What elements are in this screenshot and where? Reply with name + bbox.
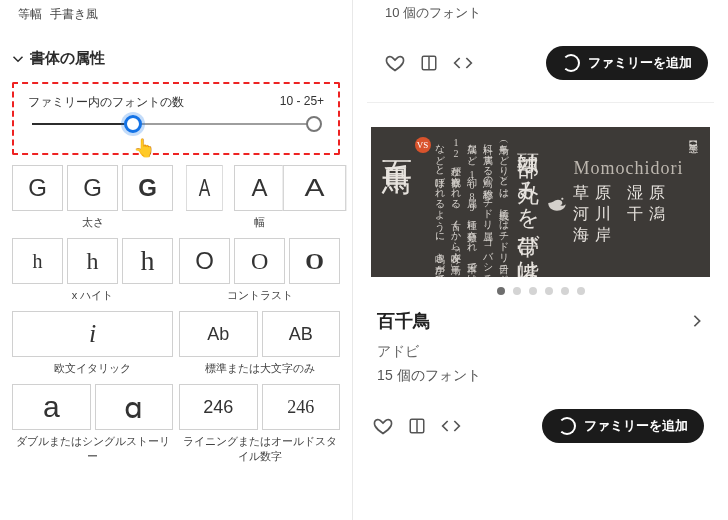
width-normal[interactable]: A	[234, 165, 285, 211]
code-icon[interactable]	[441, 416, 461, 436]
preview-big-title: 百千鳥	[381, 137, 413, 267]
xheight-label: x ハイト	[12, 288, 173, 303]
creative-cloud-icon	[562, 54, 580, 72]
add-family-button[interactable]: ファミリーを追加	[542, 409, 704, 443]
add-family-button[interactable]: ファミリーを追加	[546, 46, 708, 80]
italic-label: 欧文イタリック	[12, 361, 173, 376]
carousel-dot-5[interactable]	[561, 287, 569, 295]
xheight-high[interactable]: h	[122, 238, 173, 284]
attr-case: Ab AB 標準または大文字のみ	[179, 311, 340, 376]
chevron-down-icon	[12, 53, 24, 65]
weight-bold[interactable]: G	[122, 165, 173, 211]
creative-cloud-icon	[558, 417, 576, 435]
font-card-momochidori: 百千鳥 VS などと呼ばれるように、鳴き声が特徴的である 12種が観察される。古…	[367, 127, 714, 465]
compare-icon[interactable]	[407, 416, 427, 436]
italic-cell[interactable]: i	[12, 311, 173, 357]
bird-icon	[545, 137, 571, 267]
figures-label: ライニングまたはオールドスタイル数字	[179, 434, 340, 464]
font-count: 15 個のフォント	[371, 361, 710, 385]
code-icon[interactable]	[453, 53, 473, 73]
storey-double[interactable]: a	[12, 384, 91, 430]
add-family-label: ファミリーを追加	[584, 417, 688, 435]
preview-seitai: 【生態】	[687, 137, 700, 267]
font-title: 百千鳥	[377, 309, 431, 333]
properties-section-title: 書体の属性	[30, 49, 105, 68]
xheight-mid[interactable]: h	[67, 238, 118, 284]
add-family-label: ファミリーを追加	[588, 54, 692, 72]
slider-handle-min[interactable]	[124, 115, 142, 133]
slider-range-value: 10 - 25+	[280, 94, 324, 111]
width-label: 幅	[179, 215, 340, 230]
weight-label: 太さ	[12, 215, 173, 230]
favorite-icon[interactable]	[373, 416, 393, 436]
slider-handle-max[interactable]	[306, 116, 322, 132]
attr-weight: G G G 太さ	[12, 165, 173, 230]
properties-section-header[interactable]: 書体の属性	[12, 41, 340, 82]
preview-romaji: Momochidori	[573, 158, 683, 179]
compare-icon[interactable]	[419, 53, 439, 73]
slider-label: ファミリー内のフォントの数	[28, 94, 184, 111]
attr-figures: 246 246 ライニングまたはオールドスタイル数字	[179, 384, 340, 464]
width-wide[interactable]: A	[283, 165, 347, 211]
carousel-dot-3[interactable]	[529, 287, 537, 295]
carousel-dot-1[interactable]	[497, 287, 505, 295]
preview-body-1: 千鳥（ちどり）とは、広義にはチドリ目チドリ	[497, 137, 511, 267]
storey-single[interactable]: ɑ	[95, 384, 174, 430]
figures-lining[interactable]: 246	[179, 384, 258, 430]
figures-oldstyle[interactable]: 246	[262, 384, 341, 430]
preview-body-2: 科に属する鳥の総称。チドリ属、コバシチドリ	[481, 137, 495, 267]
font-title-row[interactable]: 百千鳥	[371, 309, 710, 333]
preview-kanji-row: 草原 湿原 河川 干潟 海岸	[573, 183, 685, 246]
font-foundry: アドビ	[371, 333, 710, 361]
preview-body-4: 12種が観察される。古くから「友呼ぶ千鳥」	[449, 137, 463, 267]
xheight-low[interactable]: h	[12, 238, 63, 284]
chevron-right-icon	[690, 314, 704, 328]
results-panel: 10 個のフォント ファミリーを追加 百千鳥 VS などと呼ばれるように、鳴き声…	[353, 0, 728, 520]
preview-body-5: などと呼ばれるように、鳴き声が特徴的である	[433, 137, 447, 267]
vs-badge: VS	[415, 137, 431, 153]
preview-vs-badge-col: VS	[415, 137, 431, 267]
carousel-dot-4[interactable]	[545, 287, 553, 295]
attr-width: A A A 幅	[179, 165, 340, 230]
attr-contrast: O O O コントラスト	[179, 238, 340, 303]
slider-fill	[32, 123, 133, 125]
prev-card-font-count: 10 個のフォント	[367, 0, 714, 22]
fonts-per-family-slider-box: ファミリー内のフォントの数 10 - 25+ 👆	[12, 82, 340, 155]
prev-card-actions: ファミリーを追加	[367, 22, 714, 102]
case-label: 標準または大文字のみ	[179, 361, 340, 376]
contrast-low[interactable]: O	[179, 238, 230, 284]
attr-italic: i 欧文イタリック	[12, 311, 173, 376]
font-card-actions: ファミリーを追加	[371, 385, 710, 465]
carousel-dots	[371, 277, 710, 309]
attr-xheight: h h h x ハイト	[12, 238, 173, 303]
case-mixed[interactable]: Ab	[179, 311, 258, 357]
tag-monospace[interactable]: 等幅	[18, 6, 42, 23]
contrast-high[interactable]: O	[289, 238, 340, 284]
filter-panel: 等幅 手書き風 書体の属性 ファミリー内のフォントの数 10 - 25+ 👆 G…	[0, 0, 353, 520]
contrast-label: コントラスト	[179, 288, 340, 303]
favorite-icon[interactable]	[385, 53, 405, 73]
width-narrow[interactable]: A	[186, 165, 223, 211]
preview-headline: 頭部は丸みを帯び嘴は大型	[513, 137, 544, 267]
cursor-hand-icon: 👆	[133, 137, 155, 159]
case-upper[interactable]: AB	[262, 311, 341, 357]
carousel-dot-2[interactable]	[513, 287, 521, 295]
fonts-per-family-slider[interactable]: 👆	[32, 123, 320, 125]
carousel-dot-6[interactable]	[577, 287, 585, 295]
tag-handwritten[interactable]: 手書き風	[50, 6, 98, 23]
classification-tags: 等幅 手書き風	[12, 0, 340, 41]
weight-regular[interactable]: G	[67, 165, 118, 211]
card-divider	[367, 102, 714, 103]
attr-storey: a ɑ ダブルまたはシングルストーリー	[12, 384, 173, 464]
preview-body-3: 属など、約10属89種に分類され、日本では	[465, 137, 479, 267]
contrast-mid[interactable]: O	[234, 238, 285, 284]
weight-thin[interactable]: G	[12, 165, 63, 211]
storey-label: ダブルまたはシングルストーリー	[12, 434, 173, 464]
font-preview[interactable]: 百千鳥 VS などと呼ばれるように、鳴き声が特徴的である 12種が観察される。古…	[371, 127, 710, 277]
preview-latin-block: Momochidori 草原 湿原 河川 干潟 海岸	[573, 137, 685, 267]
